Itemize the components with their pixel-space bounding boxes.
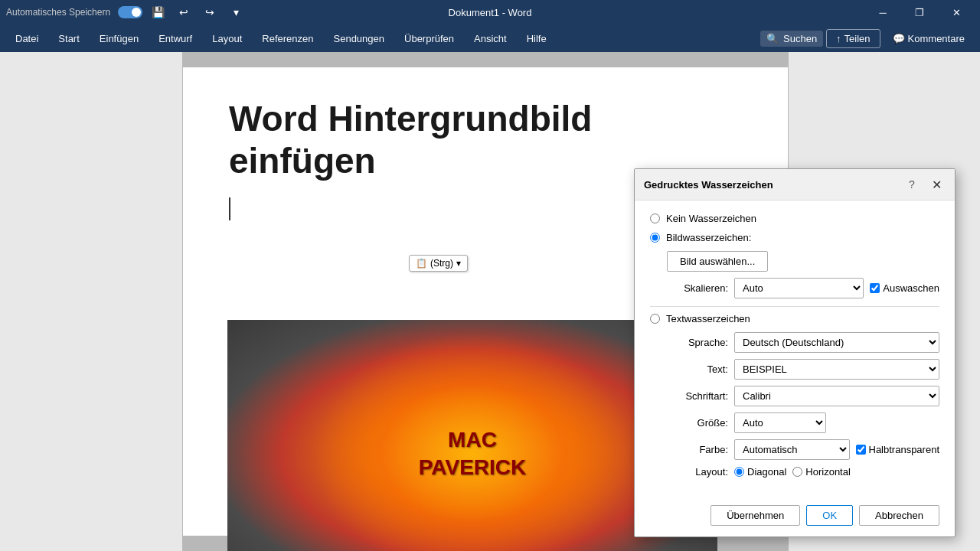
close-button[interactable]: ✕: [939, 0, 974, 24]
titlebar-left: Automatisches Speichern 💾 ↩ ↪ ▾: [6, 2, 247, 23]
bild-auswaehlen-button[interactable]: Bild auswählen...: [667, 251, 768, 272]
share-label: Teilen: [844, 33, 871, 44]
dialog-title: Gedrucktes Wasserzeichen: [644, 179, 773, 191]
radio-text[interactable]: [650, 314, 660, 324]
customize-button[interactable]: ▾: [225, 2, 247, 23]
diagonal-option: Diagonal: [734, 466, 786, 478]
text-row: Text: BEISPIEL: [667, 359, 939, 380]
text-label: Text:: [667, 364, 728, 375]
skalieren-row: Skalieren: Auto Auswaschen: [667, 278, 939, 298]
titlebar: Automatisches Speichern 💾 ↩ ↪ ▾ Dokument…: [0, 0, 980, 24]
restore-button[interactable]: ❐: [902, 0, 937, 24]
auswaschen-checkbox-row: Auswaschen: [870, 282, 939, 294]
menu-sendungen[interactable]: Sendungen: [325, 28, 394, 49]
halbtransparent-label[interactable]: Halbtransparent: [869, 444, 940, 455]
radio-bild[interactable]: [650, 233, 660, 243]
radio-row-text: Textwasserzeichen: [650, 313, 939, 324]
dialog-divider-1: [650, 306, 939, 307]
comment-label: Kommentare: [908, 33, 965, 44]
groesse-label: Größe:: [667, 417, 728, 429]
sidebar-left: [0, 52, 182, 551]
farbe-select[interactable]: Automatisch: [734, 439, 850, 460]
save-button[interactable]: 💾: [147, 2, 168, 23]
abbrechen-button[interactable]: Abbrechen: [859, 505, 939, 526]
layout-row: Layout: Diagonal Horizontal: [667, 466, 939, 478]
fire-text: MAC PAVERICK: [419, 426, 527, 482]
menu-einfuegen[interactable]: Einfügen: [90, 28, 148, 49]
bild-section: Bild auswählen... Skalieren: Auto Auswas…: [667, 251, 939, 298]
paste-indicator[interactable]: 📋 (Strg) ▾: [409, 255, 468, 272]
share-icon: ↑: [836, 33, 841, 44]
search-label: Suchen: [783, 33, 817, 44]
layout-label: Layout:: [667, 466, 728, 478]
horizontal-option: Horizontal: [792, 466, 851, 478]
undo-button[interactable]: ↩: [173, 2, 194, 23]
farbe-row: Farbe: Automatisch Halbtransparent: [667, 439, 939, 460]
auswaschen-checkbox[interactable]: [870, 283, 880, 293]
dialog-footer: Übernehmen OK Abbrechen: [635, 497, 955, 536]
search-box[interactable]: 🔍 Suchen: [760, 31, 823, 47]
menu-hilfe[interactable]: Hilfe: [518, 28, 556, 49]
groesse-select[interactable]: Auto: [734, 412, 826, 433]
menu-ueberpruefen[interactable]: Überprüfen: [395, 28, 463, 49]
skalieren-select[interactable]: Auto: [734, 278, 864, 298]
radio-row-bild: Bildwasserzeichen:: [650, 232, 939, 243]
halbtransparent-checkbox[interactable]: [856, 445, 866, 455]
menubar-right: 🔍 Suchen ↑ Teilen 💬 Kommentare: [760, 29, 974, 48]
groesse-row: Größe: Auto: [667, 412, 939, 433]
radio-kein[interactable]: [650, 214, 660, 223]
sprache-row: Sprache: Deutsch (Deutschland): [667, 332, 939, 353]
watermark-dialog: Gedrucktes Wasserzeichen ? ✕ Kein Wasser…: [634, 168, 956, 537]
comment-icon: 💬: [893, 33, 905, 44]
menu-entwurf[interactable]: Entwurf: [149, 28, 201, 49]
autosave-label: Automatisches Speichern: [6, 7, 110, 18]
redo-button[interactable]: ↪: [199, 2, 220, 23]
comment-button[interactable]: 💬 Kommentare: [884, 30, 974, 47]
horizontal-label[interactable]: Horizontal: [805, 466, 851, 478]
radio-horizontal[interactable]: [792, 467, 802, 477]
text-section: Sprache: Deutsch (Deutschland) Text: BEI…: [667, 332, 939, 478]
menu-start[interactable]: Start: [49, 28, 88, 49]
radio-diagonal[interactable]: [734, 467, 744, 477]
uebernehmen-button[interactable]: Übernehmen: [710, 505, 800, 526]
doc-title: Dokument1 - Word: [449, 7, 532, 18]
paste-icon: 📋: [416, 258, 427, 269]
dialog-controls: ? ✕: [903, 175, 946, 194]
radio-kein-label[interactable]: Kein Wasserzeichen: [666, 213, 756, 224]
dialog-help-button[interactable]: ?: [903, 175, 921, 194]
diagonal-label[interactable]: Diagonal: [747, 466, 786, 478]
radio-row-kein: Kein Wasserzeichen: [650, 213, 939, 224]
autosave-toggle[interactable]: [118, 6, 142, 18]
halbtransparent-row: Halbtransparent: [856, 444, 940, 455]
radio-text-label[interactable]: Textwasserzeichen: [666, 313, 750, 324]
minimize-button[interactable]: ─: [865, 0, 900, 24]
schriftart-select[interactable]: Calibri: [734, 386, 939, 406]
dialog-titlebar: Gedrucktes Wasserzeichen ? ✕: [635, 169, 955, 201]
ok-button[interactable]: OK: [806, 505, 853, 526]
text-cursor: [229, 197, 230, 220]
sprache-select[interactable]: Deutsch (Deutschland): [734, 332, 939, 353]
titlebar-right: ─ ❐ ✕: [865, 0, 974, 24]
dialog-body: Kein Wasserzeichen Bildwasserzeichen: Bi…: [635, 201, 955, 497]
search-icon: 🔍: [766, 33, 779, 44]
dialog-close-button[interactable]: ✕: [927, 175, 946, 194]
schriftart-label: Schriftart:: [667, 390, 728, 402]
share-button[interactable]: ↑ Teilen: [826, 29, 880, 48]
auswaschen-label[interactable]: Auswaschen: [883, 282, 939, 294]
paste-label: (Strg): [430, 258, 453, 269]
farbe-label: Farbe:: [667, 444, 728, 455]
menubar: Datei Start Einfügen Entwurf Layout Refe…: [0, 24, 980, 52]
schriftart-row: Schriftart: Calibri: [667, 386, 939, 406]
text-select[interactable]: BEISPIEL: [734, 359, 939, 380]
menu-datei[interactable]: Datei: [6, 28, 47, 49]
radio-bild-label[interactable]: Bildwasserzeichen:: [666, 232, 751, 243]
sprache-label: Sprache:: [667, 337, 728, 348]
menu-layout[interactable]: Layout: [203, 28, 251, 49]
paste-chevron-icon: ▾: [456, 258, 461, 269]
menu-referenzen[interactable]: Referenzen: [253, 28, 322, 49]
menu-ansicht[interactable]: Ansicht: [465, 28, 516, 49]
skalieren-label: Skalieren:: [667, 282, 728, 294]
